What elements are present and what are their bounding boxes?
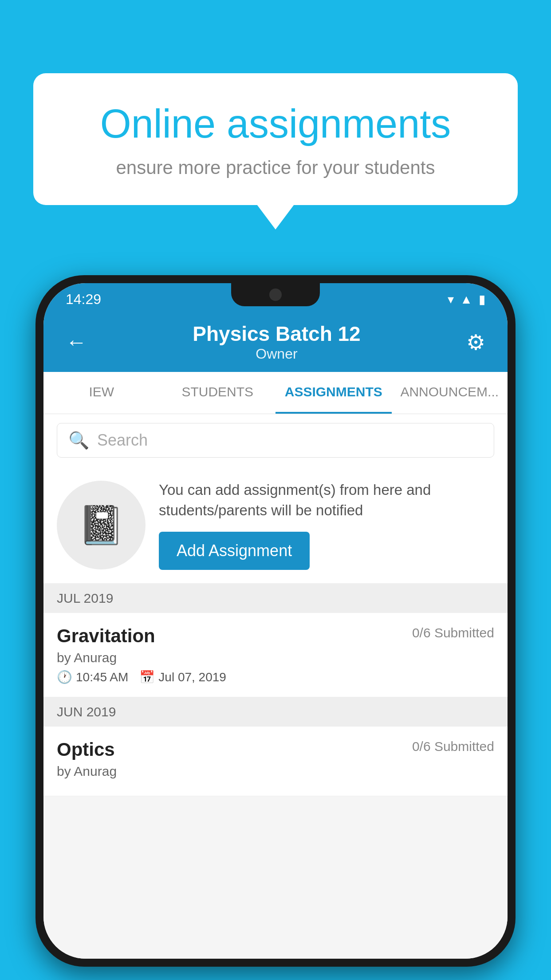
add-assignment-button[interactable]: Add Assignment [159, 532, 310, 570]
speech-bubble-subtitle: ensure more practice for your students [69, 157, 482, 178]
promo-description: You can add assignment(s) from here and … [159, 480, 494, 521]
assignment-by-optics: by Anurag [57, 764, 494, 779]
promo-icon-circle: 📓 [57, 481, 146, 569]
search-placeholder: Search [97, 431, 148, 450]
signal-icon: ▲ [460, 292, 472, 307]
clock-icon: 🕐 [57, 670, 72, 684]
section-header-jul: JUL 2019 [43, 584, 508, 613]
assignment-title-gravitation: Gravitation [57, 625, 155, 647]
tab-students[interactable]: STUDENTS [160, 372, 276, 414]
battery-icon: ▮ [479, 292, 485, 307]
assignment-submitted-gravitation: 0/6 Submitted [412, 625, 494, 640]
phone-screen: 14:29 ▾ ▲ ▮ ← Physics Batch 12 Owner ⚙ I… [43, 283, 508, 959]
assignment-title-optics: Optics [57, 739, 115, 760]
promo-content: You can add assignment(s) from here and … [159, 480, 494, 570]
nav-title-area: Physics Batch 12 Owner [193, 322, 360, 362]
calendar-icon: 📅 [139, 670, 155, 684]
speech-bubble: Online assignments ensure more practice … [33, 73, 518, 205]
assignment-meta-gravitation: 🕐 10:45 AM 📅 Jul 07, 2019 [57, 670, 494, 684]
speech-bubble-box: Online assignments ensure more practice … [33, 73, 518, 205]
promo-section: 📓 You can add assignment(s) from here an… [43, 466, 508, 584]
status-icons: ▾ ▲ ▮ [448, 292, 485, 307]
section-header-jun: JUN 2019 [43, 697, 508, 727]
search-input-wrap[interactable]: 🔍 Search [57, 423, 494, 458]
assignment-date-value: Jul 07, 2019 [158, 670, 226, 684]
status-time: 14:29 [66, 291, 101, 308]
tab-announcements[interactable]: ANNOUNCEM... [392, 372, 508, 414]
assignment-date: 📅 Jul 07, 2019 [139, 670, 226, 684]
search-icon: 🔍 [68, 431, 89, 450]
tab-iew[interactable]: IEW [43, 372, 160, 414]
settings-icon[interactable]: ⚙ [466, 330, 485, 355]
notebook-icon: 📓 [78, 503, 125, 547]
assignment-time-value: 10:45 AM [76, 670, 128, 684]
nav-title: Physics Batch 12 [193, 322, 360, 346]
assignment-submitted-optics: 0/6 Submitted [412, 739, 494, 754]
assignment-item-optics[interactable]: Optics 0/6 Submitted by Anurag [43, 727, 508, 796]
screen-spacer [43, 796, 508, 959]
wifi-icon: ▾ [448, 292, 454, 307]
top-nav: ← Physics Batch 12 Owner ⚙ [43, 313, 508, 372]
tab-assignments[interactable]: ASSIGNMENTS [276, 372, 392, 414]
assignment-header-row: Gravitation 0/6 Submitted [57, 625, 494, 647]
assignment-by-gravitation: by Anurag [57, 650, 494, 665]
tabs-container: IEW STUDENTS ASSIGNMENTS ANNOUNCEM... [43, 372, 508, 414]
back-button[interactable]: ← [66, 330, 87, 354]
search-bar: 🔍 Search [43, 414, 508, 466]
optics-header-row: Optics 0/6 Submitted [57, 739, 494, 760]
assignment-item-gravitation[interactable]: Gravitation 0/6 Submitted by Anurag 🕐 10… [43, 613, 508, 697]
phone-notch [231, 283, 320, 306]
nav-subtitle: Owner [193, 346, 360, 362]
phone-camera [269, 288, 282, 301]
assignment-time: 🕐 10:45 AM [57, 670, 128, 684]
speech-bubble-title: Online assignments [69, 102, 482, 146]
phone-container: 14:29 ▾ ▲ ▮ ← Physics Batch 12 Owner ⚙ I… [35, 275, 516, 967]
phone-frame: 14:29 ▾ ▲ ▮ ← Physics Batch 12 Owner ⚙ I… [35, 275, 516, 967]
